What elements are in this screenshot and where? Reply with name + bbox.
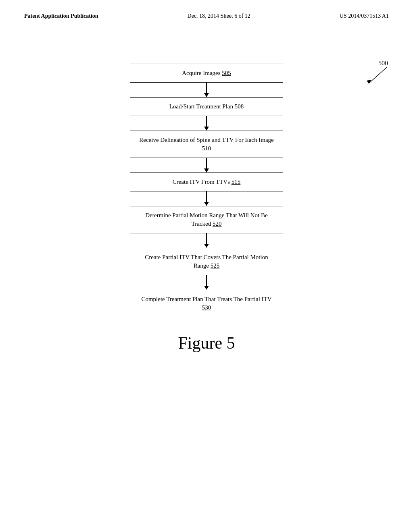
flow-box-515: Create ITV From TTVs 515: [130, 172, 283, 191]
flow-box-510: Receive Delineation of Spine and TTV For…: [130, 131, 283, 158]
arrow-5: [204, 233, 209, 248]
box-510-text: Receive Delineation of Spine and TTV For…: [139, 137, 274, 152]
arrow-line-3: [206, 158, 207, 168]
arrow-3: [204, 158, 209, 172]
box-520-text: Determine Partial Motion Range That Will…: [145, 212, 267, 227]
flow-box-508: Load/Start Treatment Plan 508: [130, 97, 283, 116]
figure-label: Figure 5: [178, 333, 235, 353]
box-515-text: Create ITV From TTVs 515: [173, 179, 241, 185]
header-date-sheet: Dec. 18, 2014 Sheet 6 of 12: [188, 13, 250, 19]
flow-box-505: Acquire Images 505: [130, 64, 283, 83]
flow-box-520: Determine Partial Motion Range That Will…: [130, 206, 283, 233]
arrow-line-2: [206, 116, 207, 127]
arrow-head-4: [204, 202, 209, 206]
arrow-head-1: [204, 93, 209, 97]
box-525-text: Create Partial ITV That Covers The Parti…: [145, 254, 268, 269]
arrow-4: [204, 191, 209, 206]
flow-box-525: Create Partial ITV That Covers The Parti…: [130, 248, 283, 275]
page-header: Patent Application Publication Dec. 18, …: [0, 0, 413, 19]
arrow-line-1: [206, 83, 207, 93]
arrow-head-6: [204, 286, 209, 290]
arrow-line-5: [206, 233, 207, 244]
arrow-6: [204, 275, 209, 290]
arrow-line-4: [206, 191, 207, 202]
box-505-text: Acquire Images 505: [182, 70, 231, 76]
arrow-head-3: [204, 168, 209, 172]
arrow-2: [204, 116, 209, 131]
box-530-text: Complete Treatment Plan That Treats The …: [141, 296, 271, 311]
header-patent-number: US 2014/0371513 A1: [340, 13, 389, 19]
arrow-line-6: [206, 275, 207, 286]
arrow-1: [204, 83, 209, 97]
flow-container: Acquire Images 505 Load/Start Treatment …: [122, 64, 291, 317]
arrow-head-5: [204, 244, 209, 248]
flow-box-530: Complete Treatment Plan That Treats The …: [130, 290, 283, 317]
arrow-head-2: [204, 127, 209, 131]
box-508-text: Load/Start Treatment Plan 508: [169, 103, 244, 110]
diagram-area: Acquire Images 505 Load/Start Treatment …: [0, 19, 413, 353]
header-publication-label: Patent Application Publication: [24, 13, 98, 19]
